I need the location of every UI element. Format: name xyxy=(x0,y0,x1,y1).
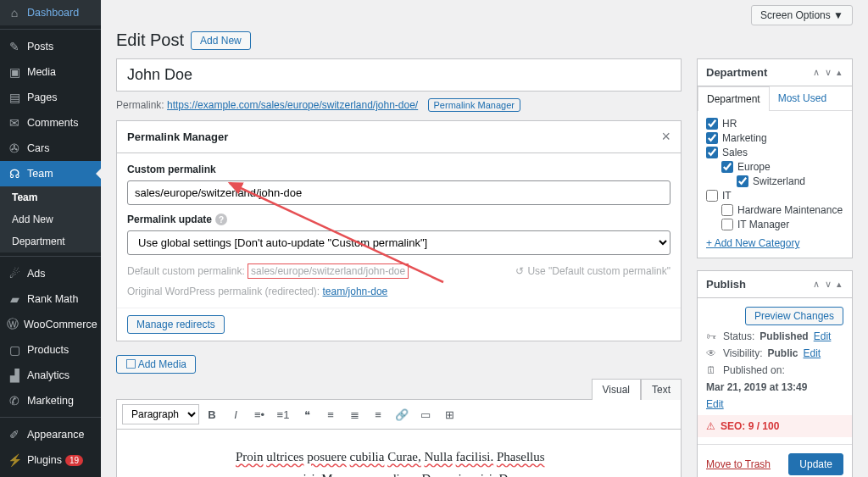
key-icon: 🗝 xyxy=(706,330,718,342)
permalink-update-select[interactable]: Use global settings [Don't auto-update "… xyxy=(127,230,670,255)
comment-icon: ✉ xyxy=(7,115,22,130)
category-checkbox[interactable] xyxy=(721,219,733,230)
analytics-icon: ▟ xyxy=(7,368,22,383)
link-button[interactable]: 🔗 xyxy=(391,403,413,425)
align-left-button[interactable]: ≡ xyxy=(320,403,342,425)
help-icon[interactable]: ? xyxy=(215,214,227,225)
category-list: HRMarketingSalesEuropeSwitzerlandITHardw… xyxy=(706,118,843,230)
category-checkbox[interactable] xyxy=(706,118,718,130)
submenu-department[interactable]: Department xyxy=(0,230,101,252)
category-checkbox[interactable] xyxy=(721,204,733,216)
category-item[interactable]: Europe xyxy=(721,161,843,173)
submenu-team[interactable]: Team xyxy=(0,186,101,208)
tab-most-used[interactable]: Most Used xyxy=(770,86,835,110)
permalink-url-link[interactable]: https://example.com/sales/europe/switzer… xyxy=(167,99,418,111)
italic-button[interactable]: I xyxy=(225,403,247,425)
number-list-button[interactable]: ≡1 xyxy=(272,403,294,425)
menu-analytics[interactable]: ▟Analytics xyxy=(0,363,101,388)
category-item[interactable]: IT xyxy=(706,190,843,202)
media-icon: ▣ xyxy=(7,64,22,80)
pin-icon: ✎ xyxy=(7,39,22,54)
category-label: Europe xyxy=(737,161,771,173)
permalink-manager-button[interactable]: Permalink Manager xyxy=(428,98,520,112)
category-checkbox[interactable] xyxy=(737,175,748,187)
category-item[interactable]: IT Manager xyxy=(721,219,843,230)
close-icon[interactable]: × xyxy=(661,128,670,146)
category-checkbox[interactable] xyxy=(721,161,733,173)
page-heading: Edit Post xyxy=(116,31,184,50)
add-new-button[interactable]: Add New xyxy=(191,31,251,50)
tab-visual[interactable]: Visual xyxy=(592,379,641,400)
category-checkbox[interactable] xyxy=(706,147,718,158)
car-icon: ✇ xyxy=(7,141,22,156)
menu-woocommerce[interactable]: ⓌWooCommerce xyxy=(0,312,101,337)
box-down-icon[interactable]: ∨ xyxy=(823,279,833,290)
screen-options-button[interactable]: Screen Options ▼ xyxy=(751,5,853,25)
menu-products[interactable]: ▢Products xyxy=(0,337,101,363)
menu-media[interactable]: ▣Media xyxy=(0,59,101,85)
move-to-trash-link[interactable]: Move to Trash xyxy=(706,458,771,470)
manage-redirects-button[interactable]: Manage redirects xyxy=(127,315,225,334)
publish-box: Publish ∧∨▴ Preview Changes 🗝Status: Pub… xyxy=(697,270,853,477)
menu-ads[interactable]: ☄Ads xyxy=(0,261,101,286)
marketing-icon: ✆ xyxy=(7,393,22,408)
use-default-permalink-button[interactable]: ↺ Use "Default custom permalink" xyxy=(515,265,670,277)
menu-comments[interactable]: ✉Comments xyxy=(0,110,101,136)
format-select[interactable]: Paragraph xyxy=(122,404,199,424)
readmore-button[interactable]: ▭ xyxy=(415,403,437,425)
box-down-icon[interactable]: ∨ xyxy=(823,67,833,78)
original-permalink-link[interactable]: team/john-doe xyxy=(323,286,388,297)
menu-rankmath[interactable]: ▰Rank Math xyxy=(0,286,101,312)
preview-changes-button[interactable]: Preview Changes xyxy=(745,307,843,325)
editor-content[interactable]: Proin ultrices posuere cubilia Curae, Nu… xyxy=(116,430,682,477)
category-checkbox[interactable] xyxy=(706,132,718,144)
menu-posts[interactable]: ✎Posts xyxy=(0,34,101,59)
align-center-button[interactable]: ≣ xyxy=(343,403,365,425)
bold-button[interactable]: B xyxy=(201,403,223,425)
add-media-button[interactable]: 🞎 Add Media xyxy=(116,355,196,374)
quote-button[interactable]: ❝ xyxy=(296,403,318,425)
eye-icon: 👁 xyxy=(706,347,718,359)
box-toggle-icon[interactable]: ▴ xyxy=(835,279,843,290)
edit-date-link[interactable]: Edit xyxy=(706,398,724,410)
default-permalink-value: sales/europe/switzerland/john-doe xyxy=(248,263,409,279)
permalink-update-label: Permalink update? xyxy=(127,214,670,225)
dashboard-icon: ⌂ xyxy=(7,5,22,20)
update-button[interactable]: Update xyxy=(788,453,843,475)
category-item[interactable]: HR xyxy=(706,118,843,130)
custom-permalink-input[interactable] xyxy=(127,180,670,205)
category-item[interactable]: Switzerland xyxy=(737,175,843,187)
edit-status-link[interactable]: Edit xyxy=(814,330,832,342)
menu-appearance[interactable]: ✐Appearance xyxy=(0,422,101,447)
default-permalink-label: Default custom permalink: xyxy=(127,265,248,277)
tab-text[interactable]: Text xyxy=(641,379,682,400)
menu-cars[interactable]: ✇Cars xyxy=(0,136,101,161)
category-item[interactable]: Hardware Maintenance xyxy=(721,204,843,216)
edit-visibility-link[interactable]: Edit xyxy=(803,347,821,359)
category-item[interactable]: Sales xyxy=(706,147,843,158)
toggle-toolbar-button[interactable]: ⊞ xyxy=(438,403,460,425)
seo-score: ⚠SEO: 9 / 100 xyxy=(698,415,852,437)
post-title-input[interactable]: John Doe xyxy=(116,58,682,92)
category-item[interactable]: Marketing xyxy=(706,132,843,144)
menu-team[interactable]: ☊Team xyxy=(0,161,101,186)
menu-plugins[interactable]: ⚡Plugins19 xyxy=(0,447,101,473)
align-right-button[interactable]: ≡ xyxy=(367,403,389,425)
submenu-add-new[interactable]: Add New xyxy=(0,208,101,230)
bullet-list-button[interactable]: ≡• xyxy=(248,403,270,425)
category-label: IT xyxy=(722,190,732,202)
permalink-row: Permalink: https://example.com/sales/eur… xyxy=(116,95,682,120)
menu-marketing[interactable]: ✆Marketing xyxy=(0,388,101,413)
menu-dashboard[interactable]: ⌂Dashboard xyxy=(0,0,101,25)
menu-users[interactable]: ☺Users xyxy=(0,473,101,477)
team-icon: ☊ xyxy=(7,166,22,181)
add-new-category-link[interactable]: + Add New Category xyxy=(706,237,843,249)
box-toggle-icon[interactable]: ▴ xyxy=(835,67,843,78)
box-up-icon[interactable]: ∧ xyxy=(811,67,821,78)
menu-pages[interactable]: ▤Pages xyxy=(0,85,101,110)
box-up-icon[interactable]: ∧ xyxy=(811,279,821,290)
category-checkbox[interactable] xyxy=(706,190,718,202)
category-label: IT Manager xyxy=(737,219,789,230)
tab-department[interactable]: Department xyxy=(698,86,770,111)
custom-permalink-label: Custom permalink xyxy=(127,164,670,175)
